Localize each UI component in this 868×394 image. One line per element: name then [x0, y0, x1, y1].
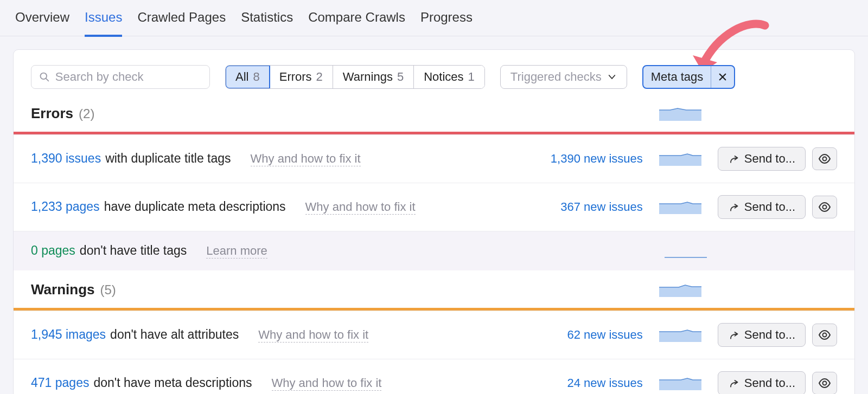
why-fix-link[interactable]: Why and how to fix it: [258, 328, 368, 343]
send-to-label: Send to...: [744, 376, 795, 390]
tab-overview[interactable]: Overview: [15, 10, 69, 36]
issue-text: have duplicate meta descriptions: [104, 199, 286, 214]
share-arrow-icon: [728, 202, 739, 212]
send-to-label: Send to...: [744, 328, 795, 342]
triggered-checks-dropdown[interactable]: Triggered checks: [500, 65, 627, 89]
eye-icon: [818, 201, 831, 214]
close-icon: [718, 72, 727, 82]
filter-chip-label: Meta tags: [643, 66, 711, 88]
preview-button[interactable]: [812, 147, 837, 170]
svg-point-7: [823, 333, 827, 337]
chevron-down-icon: [607, 72, 617, 82]
issue-text: don't have alt attributes: [110, 327, 239, 342]
send-to-button[interactable]: Send to...: [718, 323, 806, 347]
errors-title: Errors (2): [31, 105, 94, 122]
send-to-label: Send to...: [744, 152, 795, 166]
seg-count: 2: [316, 70, 323, 84]
seg-notices[interactable]: Notices 1: [414, 66, 484, 88]
triggered-checks-label: Triggered checks: [510, 70, 602, 84]
new-issues-link[interactable]: 24 new issues: [540, 376, 643, 390]
issue-text: don't have title tags: [80, 243, 187, 258]
svg-point-8: [823, 382, 827, 385]
tab-progress[interactable]: Progress: [420, 10, 473, 36]
filter-chip-remove[interactable]: [711, 66, 734, 88]
issue-count-link: 0 pages: [31, 243, 75, 258]
section-head-warnings: Warnings (5): [14, 270, 854, 308]
share-arrow-icon: [728, 153, 739, 164]
severity-segment: All 8Errors 2Warnings 5Notices 1: [225, 65, 485, 89]
seg-count: 8: [253, 70, 259, 84]
seg-errors[interactable]: Errors 2: [270, 66, 333, 88]
issue-row: 1,390 issues with duplicate title tagsWh…: [14, 134, 854, 183]
search-input[interactable]: [55, 70, 202, 84]
svg-point-4: [823, 157, 827, 161]
why-fix-link[interactable]: Why and how to fix it: [251, 152, 361, 166]
issue-trend-sparkline: [659, 152, 701, 166]
new-issues-link[interactable]: 367 new issues: [540, 200, 643, 214]
send-to-label: Send to...: [744, 200, 795, 214]
seg-label: All: [235, 70, 248, 84]
filter-chip-meta-tags: Meta tags: [642, 65, 736, 89]
tab-crawled-pages[interactable]: Crawled Pages: [137, 10, 226, 36]
learn-more-link[interactable]: Learn more: [206, 244, 267, 259]
warnings-title: Warnings (5): [31, 281, 116, 298]
issue-row: 471 pages don't have meta descriptionsWh…: [14, 359, 854, 394]
svg-point-5: [823, 205, 827, 209]
issue-trend-sparkline: [665, 244, 707, 258]
issue-count-link[interactable]: 1,390 issues: [31, 151, 101, 166]
section-head-errors: Errors (2): [14, 101, 854, 132]
share-arrow-icon: [728, 378, 739, 389]
new-issues-link[interactable]: 62 new issues: [540, 328, 643, 342]
issue-count-link[interactable]: 1,945 images: [31, 327, 106, 342]
issue-text: with duplicate title tags: [105, 151, 231, 166]
issue-row: 1,945 images don't have alt attributesWh…: [14, 311, 854, 359]
errors-trend-sparkline: [659, 107, 701, 121]
issue-count-link[interactable]: 1,233 pages: [31, 199, 100, 214]
send-to-button[interactable]: Send to...: [718, 371, 806, 394]
send-to-button[interactable]: Send to...: [718, 147, 806, 171]
why-fix-link[interactable]: Why and how to fix it: [272, 376, 382, 391]
warnings-trend-sparkline: [659, 283, 701, 297]
seg-label: Errors: [279, 70, 312, 84]
panel-toolbar: All 8Errors 2Warnings 5Notices 1 Trigger…: [14, 50, 854, 101]
eye-icon: [818, 377, 831, 390]
issue-row-zero: 0 pages don't have title tags Learn more: [14, 231, 854, 270]
seg-label: Warnings: [343, 70, 393, 84]
seg-count: 1: [468, 70, 475, 84]
preview-button[interactable]: [812, 324, 837, 346]
share-arrow-icon: [728, 330, 739, 340]
seg-all[interactable]: All 8: [225, 65, 270, 89]
seg-count: 5: [397, 70, 404, 84]
issue-trend-sparkline: [659, 376, 701, 390]
seg-warnings[interactable]: Warnings 5: [333, 66, 414, 88]
search-wrap: [31, 65, 210, 89]
eye-icon: [818, 152, 831, 165]
svg-line-1: [46, 79, 49, 81]
issues-panel: All 8Errors 2Warnings 5Notices 1 Trigger…: [13, 49, 855, 394]
eye-icon: [818, 328, 831, 341]
seg-label: Notices: [424, 70, 463, 84]
tab-compare-crawls[interactable]: Compare Crawls: [308, 10, 405, 36]
top-tabs: OverviewIssuesCrawled PagesStatisticsCom…: [0, 0, 868, 36]
send-to-button[interactable]: Send to...: [718, 195, 806, 219]
issue-trend-sparkline: [659, 328, 701, 342]
why-fix-link[interactable]: Why and how to fix it: [305, 200, 416, 215]
search-icon: [39, 71, 50, 83]
issue-trend-sparkline: [659, 200, 701, 214]
issue-text: don't have meta descriptions: [93, 376, 252, 390]
tab-statistics[interactable]: Statistics: [241, 10, 293, 36]
issue-count-link[interactable]: 471 pages: [31, 376, 89, 390]
new-issues-link[interactable]: 1,390 new issues: [540, 152, 643, 166]
preview-button[interactable]: [812, 196, 837, 218]
preview-button[interactable]: [812, 372, 837, 394]
issue-row: 1,233 pages have duplicate meta descript…: [14, 183, 854, 231]
tab-issues[interactable]: Issues: [85, 10, 122, 37]
